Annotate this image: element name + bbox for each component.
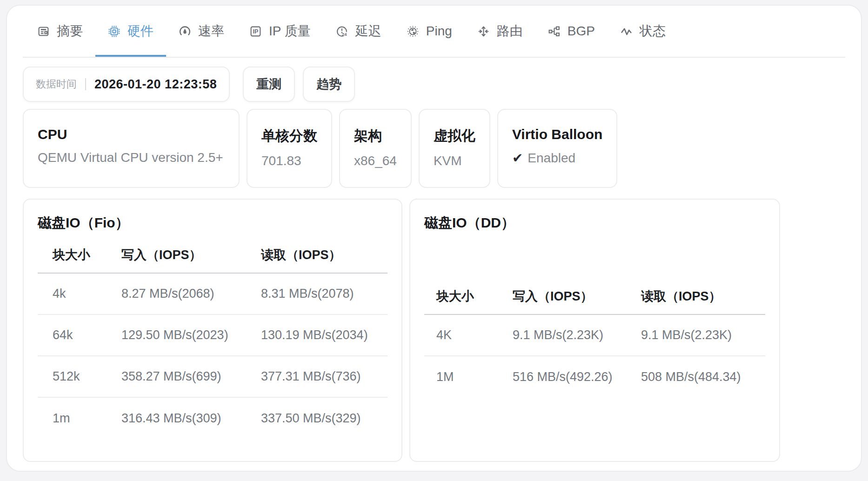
disk-io-dd-panel: 磁盘IO（DD） 块大小 写入（IOPS） 读取（IOPS） 4K	[409, 199, 780, 462]
tab-latency[interactable]: 24 延迟	[323, 6, 394, 57]
col-block-size: 块大小	[424, 282, 513, 314]
ip-quality-icon: IP	[249, 25, 262, 38]
benchmark-report-card: 摘要 硬件 速率	[6, 5, 862, 472]
virtualization-title: 虚拟化	[434, 127, 475, 146]
tab-label: BGP	[568, 24, 595, 39]
cell-block-size: 64k	[38, 314, 121, 356]
architecture-card: 架构 x86_64	[339, 109, 412, 188]
cell-write: 9.1 MB/s(2.23K)	[513, 314, 641, 356]
virtio-balloon-value: ✔Enabled	[512, 150, 602, 166]
data-time-value: 2026-01-20 12:23:58	[94, 77, 217, 92]
cell-read: 130.19 MB/s(2034)	[261, 314, 387, 356]
svg-text:IP: IP	[253, 28, 259, 35]
cell-write: 516 MB/s(492.26)	[513, 356, 641, 397]
cell-write: 358.27 MB/s(699)	[121, 356, 261, 397]
cell-read: 337.50 MB/s(329)	[261, 397, 387, 439]
check-icon: ✔	[512, 151, 523, 165]
disk-io-fio-panel: 磁盘IO（Fio） 块大小 写入（IOPS） 读取（IOPS） 4k	[23, 199, 402, 462]
cpu-card: CPU QEMU Virtual CPU version 2.5+	[23, 109, 240, 188]
status-pulse-icon	[620, 25, 633, 38]
architecture-value: x86_64	[354, 154, 397, 168]
cpu-card-value: QEMU Virtual CPU version 2.5+	[38, 150, 225, 165]
cell-read: 377.31 MB/s(736)	[261, 356, 387, 397]
fio-table: 块大小 写入（IOPS） 读取（IOPS） 4k 8.27 MB/s(2068)…	[38, 241, 387, 439]
table-header-row: 块大小 写入（IOPS） 读取（IOPS）	[424, 282, 765, 314]
tab-hardware[interactable]: 硬件	[95, 6, 166, 57]
dd-table: 块大小 写入（IOPS） 读取（IOPS） 4K 9.1 MB/s(2.23K)…	[424, 282, 765, 397]
cell-block-size: 4K	[424, 314, 513, 356]
table-header-row: 块大小 写入（IOPS） 读取（IOPS）	[38, 241, 387, 273]
tab-bar: 摘要 硬件 速率	[23, 6, 845, 58]
cpu-card-title: CPU	[38, 127, 225, 142]
tab-summary[interactable]: 摘要	[25, 6, 95, 57]
tab-label: IP 质量	[269, 22, 311, 40]
dd-table-wrap: 块大小 写入（IOPS） 读取（IOPS） 4K 9.1 MB/s(2.23K)…	[424, 233, 765, 447]
cell-block-size: 1M	[424, 356, 513, 397]
fio-table-wrap: 块大小 写入（IOPS） 读取（IOPS） 4k 8.27 MB/s(2068)…	[38, 233, 387, 447]
fio-panel-title: 磁盘IO（Fio）	[38, 214, 387, 233]
cell-read: 9.1 MB/s(2.23K)	[641, 314, 765, 356]
virtio-balloon-title: Virtio Balloon	[512, 127, 602, 142]
tab-route[interactable]: 路由	[465, 6, 535, 57]
col-write-iops: 写入（IOPS）	[513, 282, 641, 314]
tab-label: 状态	[640, 22, 666, 40]
trend-button[interactable]: 趋势	[303, 67, 355, 102]
tab-label: 硬件	[127, 22, 154, 40]
latency-clock-icon: 24	[336, 25, 348, 38]
data-time-chip: 数据时间 2026-01-20 12:23:58	[23, 67, 230, 102]
virtualization-card: 虚拟化 KVM	[419, 109, 490, 188]
tab-ping[interactable]: Ping	[394, 6, 465, 57]
table-row: 1m 316.43 MB/s(309) 337.50 MB/s(329)	[38, 397, 387, 439]
tab-label: 延迟	[355, 22, 381, 40]
tab-bgp[interactable]: BGP	[535, 6, 608, 57]
summary-icon	[37, 25, 50, 38]
tab-label: Ping	[426, 24, 452, 39]
virtio-balloon-status: Enabled	[527, 151, 575, 165]
col-read-iops: 读取（IOPS）	[261, 241, 387, 273]
architecture-title: 架构	[354, 127, 397, 146]
route-arrows-icon	[477, 25, 490, 38]
chip-divider	[85, 78, 86, 90]
data-time-label: 数据时间	[36, 77, 77, 91]
cell-block-size: 512k	[38, 356, 121, 397]
hardware-cpu-icon	[108, 25, 120, 38]
cell-write: 316.43 MB/s(309)	[121, 397, 261, 439]
cell-write: 8.27 MB/s(2068)	[121, 273, 261, 314]
bgp-network-icon	[548, 25, 561, 38]
virtio-balloon-card: Virtio Balloon ✔Enabled	[497, 109, 617, 188]
svg-text:24: 24	[342, 32, 347, 37]
single-core-score-value: 701.83	[261, 154, 317, 168]
tab-status[interactable]: 状态	[608, 6, 678, 57]
table-row: 4K 9.1 MB/s(2.23K) 9.1 MB/s(2.23K)	[424, 314, 765, 356]
toolbar: 数据时间 2026-01-20 12:23:58 重测 趋势	[23, 67, 845, 102]
cell-read: 508 MB/s(484.34)	[641, 356, 765, 397]
table-row: 64k 129.50 MB/s(2023) 130.19 MB/s(2034)	[38, 314, 387, 356]
col-block-size: 块大小	[38, 241, 121, 273]
cell-block-size: 1m	[38, 397, 121, 439]
col-read-iops: 读取（IOPS）	[641, 282, 765, 314]
cell-read: 8.31 MB/s(2078)	[261, 273, 387, 314]
disk-io-panels: 磁盘IO（Fio） 块大小 写入（IOPS） 读取（IOPS） 4k	[23, 199, 845, 462]
virtualization-value: KVM	[434, 154, 475, 168]
ping-globe-icon	[407, 25, 419, 38]
tab-label: 路由	[497, 22, 523, 40]
single-core-score-title: 单核分数	[261, 127, 317, 146]
col-write-iops: 写入（IOPS）	[121, 241, 261, 273]
retest-button[interactable]: 重测	[243, 67, 295, 102]
cell-write: 129.50 MB/s(2023)	[121, 314, 261, 356]
tab-label: 摘要	[57, 22, 83, 40]
dd-panel-title: 磁盘IO（DD）	[424, 214, 765, 233]
table-row: 4k 8.27 MB/s(2068) 8.31 MB/s(2078)	[38, 273, 387, 314]
tab-label: 速率	[198, 22, 224, 40]
table-row: 512k 358.27 MB/s(699) 377.31 MB/s(736)	[38, 356, 387, 397]
table-row: 1M 516 MB/s(492.26) 508 MB/s(484.34)	[424, 356, 765, 397]
tab-speed[interactable]: 速率	[166, 6, 237, 57]
cell-block-size: 4k	[38, 273, 121, 314]
tab-ip-quality[interactable]: IP IP 质量	[237, 6, 323, 57]
speed-gauge-icon	[179, 25, 191, 38]
single-core-score-card: 单核分数 701.83	[247, 109, 332, 188]
info-cards-row: CPU QEMU Virtual CPU version 2.5+ 单核分数 7…	[23, 109, 845, 188]
